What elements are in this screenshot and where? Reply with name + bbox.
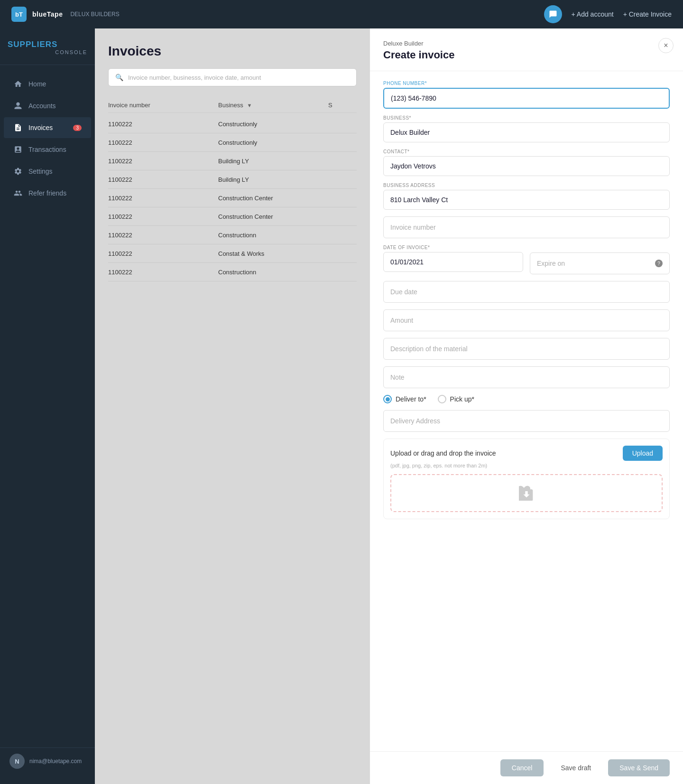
avatar: N	[9, 754, 25, 769]
topbar: bT blueTape DELUX BUILDERS + Add account…	[0, 0, 683, 28]
sidebar-item-refer-label: Refer friends	[28, 189, 66, 197]
date-label: DATE OF INVOICE*	[383, 245, 523, 250]
invoice-business: Building LY	[218, 158, 328, 165]
chat-button[interactable]	[544, 5, 562, 23]
upload-header: Upload or drag and drop the invoice Uplo…	[390, 446, 663, 461]
date-expire-row: DATE OF INVOICE* Expire on ?	[383, 245, 670, 281]
sidebar-brand: SUPPLIERS CONSOLE	[0, 28, 95, 65]
save-draft-button[interactable]: Save draft	[549, 759, 602, 776]
invoices-table: Invoice number Business ▼ S 1100222 Cons…	[108, 98, 357, 281]
invoice-business: Constructionly	[218, 139, 328, 146]
table-row[interactable]: 1100222 Building LY	[108, 152, 357, 170]
invoice-number-placeholder[interactable]: Invoice number	[383, 216, 670, 238]
pick-up-radio[interactable]	[438, 395, 446, 403]
user-email: nima@bluetape.com	[29, 758, 82, 765]
business-field: BUSINESS*	[383, 115, 670, 142]
invoice-business: Building LY	[218, 176, 328, 183]
phone-input[interactable]	[383, 88, 670, 109]
deliver-to-option[interactable]: Deliver to*	[383, 395, 426, 403]
topbar-right: + Add account + Create Invoice	[544, 5, 672, 23]
due-date-placeholder[interactable]: Due date	[383, 281, 670, 303]
invoices-icon	[13, 123, 23, 132]
table-row[interactable]: 1100222 Constructionly	[108, 133, 357, 152]
note-field: Note	[383, 366, 670, 388]
invoice-number: 1100222	[108, 250, 218, 257]
sidebar-item-transactions[interactable]: Transactions	[4, 139, 91, 160]
sidebar-item-accounts-label: Accounts	[28, 102, 56, 110]
description-placeholder[interactable]: Description of the material	[383, 338, 670, 360]
brand-console: CONSOLE	[8, 49, 87, 55]
note-placeholder[interactable]: Note	[383, 366, 670, 388]
deliver-to-label: Deliver to*	[396, 395, 426, 403]
settings-icon	[13, 167, 23, 176]
create-invoice-panel: Deluxe Builder Create invoice × PHONE NU…	[370, 28, 683, 784]
phone-field: PHONE NUMBER*	[383, 81, 670, 109]
add-account-button[interactable]: + Add account	[572, 10, 614, 18]
phone-label: PHONE NUMBER*	[383, 81, 670, 86]
delivery-address-placeholder[interactable]: Delivery Address	[383, 410, 670, 432]
table-row[interactable]: 1100222 Building LY	[108, 170, 357, 189]
topbar-left: bT blueTape DELUX BUILDERS	[11, 7, 120, 22]
table-row[interactable]: 1100222 Constat & Works	[108, 244, 357, 263]
search-bar[interactable]: 🔍 Invoice number, businesss, invoice dat…	[108, 68, 357, 86]
amount-field: Amount	[383, 309, 670, 331]
pick-up-option[interactable]: Pick up*	[438, 395, 474, 403]
business-input[interactable]	[383, 122, 670, 142]
amount-placeholder[interactable]: Amount	[383, 309, 670, 331]
invoice-number: 1100222	[108, 121, 218, 128]
address-label: BUSINESS ADDRESS	[383, 183, 670, 188]
panel-company-name: Deluxe Builder	[383, 40, 670, 47]
close-button[interactable]: ×	[658, 38, 674, 53]
expire-hint-icon: ?	[655, 260, 663, 267]
transactions-icon	[13, 145, 23, 154]
invoice-number: 1100222	[108, 213, 218, 220]
delivery-radio-group: Deliver to* Pick up*	[383, 395, 670, 403]
contact-input[interactable]	[383, 156, 670, 176]
table-row[interactable]: 1100222 Constructionn	[108, 263, 357, 281]
invoices-panel: Invoices 🔍 Invoice number, businesss, in…	[95, 28, 370, 784]
panel-title: Create invoice	[383, 49, 670, 61]
col-invoice-number: Invoice number	[108, 102, 218, 109]
date-input[interactable]	[383, 252, 523, 272]
content-area: Invoices 🔍 Invoice number, businesss, in…	[95, 28, 683, 784]
table-row[interactable]: 1100222 Construction Center	[108, 189, 357, 207]
upload-button[interactable]: Upload	[623, 446, 663, 461]
invoice-business: Constructionn	[218, 232, 328, 239]
logo-text: blueTape	[32, 10, 63, 18]
upload-area: Upload or drag and drop the invoice Uplo…	[383, 439, 670, 519]
invoices-badge: 3	[73, 125, 82, 131]
accounts-icon	[13, 101, 23, 111]
expire-placeholder[interactable]: Expire on ?	[530, 252, 670, 274]
upload-subtitle: (pdf, jpg, png, zip, eps. not more than …	[390, 463, 663, 468]
invoice-number: 1100222	[108, 232, 218, 239]
table-row[interactable]: 1100222 Constructionn	[108, 226, 357, 244]
search-icon: 🔍	[115, 74, 123, 81]
sidebar-item-home[interactable]: Home	[4, 74, 91, 94]
create-invoice-button[interactable]: + Create Invoice	[623, 10, 672, 18]
col-status: S	[328, 102, 357, 109]
brand-suppliers: SUPPLIERS	[8, 40, 87, 49]
due-date-field: Due date	[383, 281, 670, 303]
invoice-number: 1100222	[108, 139, 218, 146]
panel-header: Deluxe Builder Create invoice ×	[370, 28, 683, 71]
table-row[interactable]: 1100222 Constructionly	[108, 115, 357, 133]
panel-footer: Cancel Save draft Save & Send	[370, 751, 683, 784]
invoice-number: 1100222	[108, 195, 218, 202]
sidebar-item-settings[interactable]: Settings	[4, 161, 91, 182]
sidebar-item-refer[interactable]: Refer friends	[4, 183, 91, 204]
upload-dropzone[interactable]	[390, 474, 663, 512]
table-row[interactable]: 1100222 Construction Center	[108, 207, 357, 226]
table-header: Invoice number Business ▼ S	[108, 98, 357, 113]
sidebar-item-home-label: Home	[28, 80, 46, 88]
invoice-business: Construction Center	[218, 195, 328, 202]
sidebar-nav: Home Accounts Invoices 3	[0, 65, 95, 747]
invoice-number: 1100222	[108, 269, 218, 276]
save-send-button[interactable]: Save & Send	[608, 759, 670, 776]
address-input[interactable]	[383, 190, 670, 210]
cancel-button[interactable]: Cancel	[500, 759, 544, 776]
sidebar-item-accounts[interactable]: Accounts	[4, 95, 91, 116]
invoice-number: 1100222	[108, 158, 218, 165]
company-name: DELUX BUILDERS	[70, 11, 119, 18]
deliver-to-radio[interactable]	[383, 395, 392, 403]
sidebar-item-invoices[interactable]: Invoices 3	[4, 117, 91, 138]
